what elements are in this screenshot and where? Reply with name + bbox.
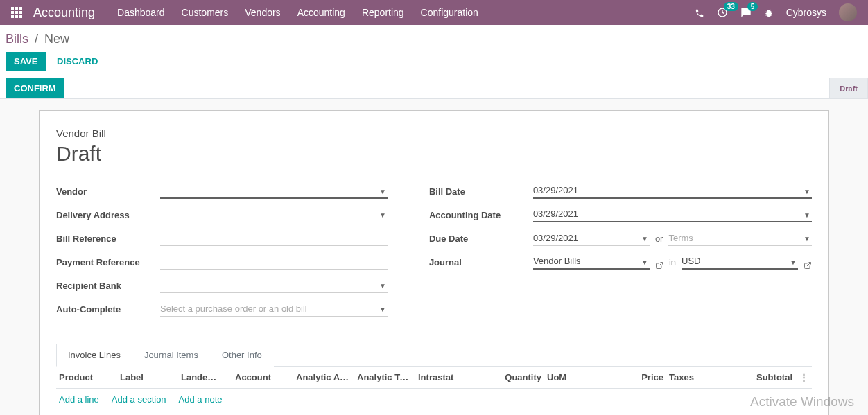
nav-vendors[interactable]: Vendors xyxy=(245,7,280,18)
billref-label: Bill Reference xyxy=(56,233,160,246)
messaging-badge: 5 xyxy=(747,2,758,11)
nav-reporting[interactable]: Reporting xyxy=(362,7,404,18)
breadcrumb-row: Bills / New xyxy=(0,25,868,52)
in-text: in xyxy=(669,257,676,267)
accdate-input[interactable] xyxy=(533,207,812,222)
billdate-label: Bill Date xyxy=(429,186,533,199)
nav-configuration[interactable]: Configuration xyxy=(421,7,478,18)
grid-header: Product Label Lande… Account Analytic A…… xyxy=(56,367,812,389)
breadcrumb-current: New xyxy=(44,32,69,46)
add-section-link[interactable]: Add a section xyxy=(112,394,166,405)
form-col-left: Vendor ▼ Delivery Address ▼ Bill Referen… xyxy=(56,181,388,322)
add-note-link[interactable]: Add a note xyxy=(179,394,223,405)
breadcrumb-parent[interactable]: Bills xyxy=(6,32,28,46)
or-text: or xyxy=(655,233,663,244)
autocomplete-label: Auto-Complete xyxy=(56,304,160,317)
col-intrastat: Intrastat xyxy=(418,372,474,382)
tab-invoice-lines[interactable]: Invoice Lines xyxy=(56,344,132,367)
col-subtotal: Subtotal xyxy=(730,372,792,382)
col-account: Account xyxy=(235,372,290,382)
activity-icon[interactable]: 33 xyxy=(717,7,728,19)
duedate-label: Due Date xyxy=(429,233,533,246)
billdate-input[interactable] xyxy=(533,184,812,199)
tab-journal-items[interactable]: Journal Items xyxy=(132,344,210,367)
phone-icon[interactable] xyxy=(695,7,704,18)
col-quantity: Quantity xyxy=(479,372,541,382)
vendor-input[interactable] xyxy=(160,184,388,199)
col-taxes: Taxes xyxy=(669,372,724,382)
action-row: Save Discard xyxy=(0,52,868,78)
payref-input[interactable] xyxy=(160,255,388,270)
topbar-right: 33 5 Cybrosys xyxy=(695,3,857,21)
billref-input[interactable] xyxy=(160,231,388,246)
vendor-label: Vendor xyxy=(56,186,160,199)
col-uom: UoM xyxy=(547,372,596,382)
bank-label: Recipient Bank xyxy=(56,281,160,293)
form-columns: Vendor ▼ Delivery Address ▼ Bill Referen… xyxy=(56,181,812,322)
col-product: Product xyxy=(59,372,114,382)
status-row: Confirm Draft xyxy=(0,78,868,99)
sheet-title: Draft xyxy=(56,142,812,166)
currency-input[interactable] xyxy=(682,254,798,270)
messaging-icon[interactable]: 5 xyxy=(740,7,752,19)
external-link-icon[interactable] xyxy=(804,259,812,270)
breadcrumb: Bills / New xyxy=(6,32,69,46)
confirm-button[interactable]: Confirm xyxy=(6,78,64,98)
autocomplete-input[interactable] xyxy=(160,302,388,317)
external-link-icon[interactable] xyxy=(655,259,663,270)
payref-label: Payment Reference xyxy=(56,257,160,270)
nav-customers[interactable]: Customers xyxy=(182,7,229,18)
terms-input[interactable] xyxy=(668,231,812,246)
form-sheet: Vendor Bill Draft Vendor ▼ Delivery Addr… xyxy=(39,110,829,415)
delivery-label: Delivery Address xyxy=(56,210,160,222)
nav-accounting[interactable]: Accounting xyxy=(297,7,345,18)
main-nav: Dashboard Customers Vendors Accounting R… xyxy=(117,7,478,18)
form-col-right: Bill Date ▼ Accounting Date ▼ Due Date xyxy=(429,181,812,322)
col-price: Price xyxy=(601,372,663,382)
app-brand[interactable]: Accounting xyxy=(33,6,95,20)
discard-button[interactable]: Discard xyxy=(49,52,106,71)
apps-icon[interactable] xyxy=(11,7,22,18)
avatar[interactable] xyxy=(839,3,857,21)
topbar: Accounting Dashboard Customers Vendors A… xyxy=(0,0,868,25)
col-analytic-account: Analytic A… xyxy=(296,372,351,382)
journal-label: Journal xyxy=(429,257,533,270)
status-badge: Draft xyxy=(829,78,868,98)
col-analytic-tags: Analytic Tags xyxy=(357,372,413,382)
save-button[interactable]: Save xyxy=(6,52,46,71)
tabs: Invoice Lines Journal Items Other Info xyxy=(56,343,812,367)
activity-badge: 33 xyxy=(724,2,738,11)
sheet-subtitle: Vendor Bill xyxy=(56,127,812,139)
col-label: Label xyxy=(120,372,175,382)
delivery-input[interactable] xyxy=(160,208,388,222)
breadcrumb-sep: / xyxy=(35,32,38,46)
bank-input[interactable] xyxy=(160,279,388,293)
duedate-input[interactable] xyxy=(533,231,650,246)
debug-icon[interactable] xyxy=(764,7,774,18)
journal-input[interactable] xyxy=(533,254,650,270)
sheet-wrapper: Vendor Bill Draft Vendor ▼ Delivery Addr… xyxy=(0,99,868,415)
accdate-label: Accounting Date xyxy=(429,210,533,222)
kebab-icon[interactable]: ⋮ xyxy=(798,372,809,382)
username[interactable]: Cybrosys xyxy=(786,7,826,18)
nav-dashboard[interactable]: Dashboard xyxy=(117,7,165,18)
add-line-link[interactable]: Add a line xyxy=(59,394,99,405)
grid-actions: Add a line Add a section Add a note xyxy=(56,389,812,410)
col-landed: Lande… xyxy=(181,372,229,382)
tab-other-info[interactable]: Other Info xyxy=(210,344,274,367)
